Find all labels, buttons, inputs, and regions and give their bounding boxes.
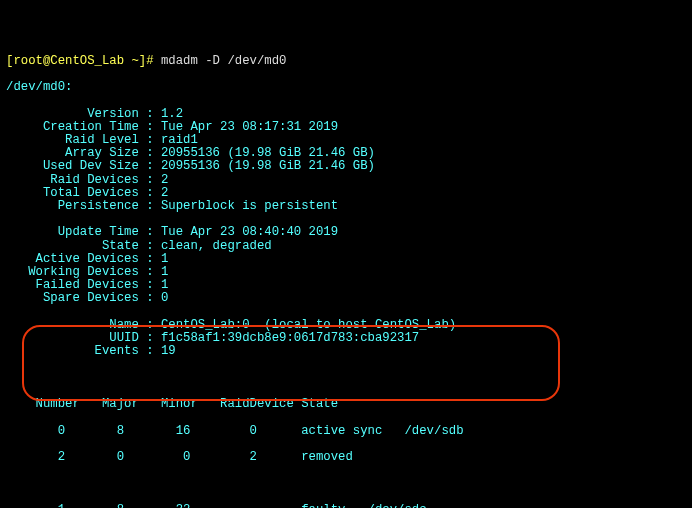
md-field: State : clean, degraded [6, 240, 686, 253]
md-field: Spare Devices : 0 [6, 292, 686, 305]
table-row: 0 8 16 0 active sync /dev/sdb [6, 425, 686, 438]
prompt-line: [root@CentOS_Lab ~]# mdadm -D /dev/md0 [6, 55, 686, 68]
md-field: Events : 19 [6, 345, 686, 358]
blank [6, 372, 686, 385]
md-field: Raid Devices : 2 [6, 174, 686, 187]
terminal-output[interactable]: [root@CentOS_Lab ~]# mdadm -D /dev/md0 /… [6, 42, 686, 508]
blank [6, 306, 686, 319]
md-field: Version : 1.2 [6, 108, 686, 121]
prompt: [root@CentOS_Lab ~]# [6, 54, 161, 68]
command: mdadm -D /dev/md0 [161, 54, 286, 68]
table-header: Number Major Minor RaidDevice State [6, 398, 686, 411]
blank [6, 477, 686, 490]
md-field: Update Time : Tue Apr 23 08:40:40 2019 [6, 226, 686, 239]
device-path: /dev/md0: [6, 81, 686, 94]
table-row: 1 8 32 - faulty /dev/sdc [6, 504, 686, 508]
table-row: 2 0 0 2 removed [6, 451, 686, 464]
md-field: Used Dev Size : 20955136 (19.98 GiB 21.4… [6, 160, 686, 173]
md-field: Persistence : Superblock is persistent [6, 200, 686, 213]
